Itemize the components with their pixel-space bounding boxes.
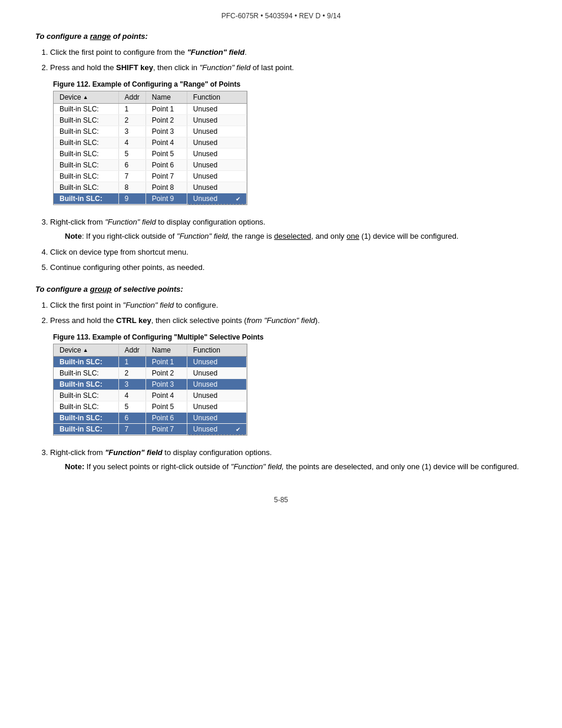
col-name: Name [146,344,187,357]
cell-name: Point 9 [146,193,187,205]
cell-function: Unused [187,182,246,193]
section2-step2: Press and hold the CTRL key, then click … [50,315,527,327]
section2-title: To configure a group of selective points… [35,285,527,294]
table-row: Built-in SLC:3Point 3Unused [54,126,246,137]
cell-device: Built-in SLC: [54,171,118,182]
cell-function: Unused✔ [187,193,246,205]
table-row: Built-in SLC:4Point 4Unused [54,390,246,401]
cell-addr: 1 [118,104,146,115]
section2-step3-list: Right-click from "Function" field to dis… [50,447,527,472]
cell-name: Point 8 [146,182,187,193]
table-row: Built-in SLC:2Point 2Unused [54,115,246,126]
cell-device: Built-in SLC: [54,182,118,193]
cell-name: Point 1 [146,104,187,115]
cell-function: Unused [187,115,246,126]
cell-addr: 5 [118,401,146,413]
col-device: Device ▲ [54,91,118,104]
cell-name: Point 4 [146,390,187,401]
cell-device: Built-in SLC: [54,160,118,171]
table-row: Built-in SLC:1Point 1Unused [54,357,246,368]
cell-name: Point 2 [146,368,187,379]
cell-name: Point 4 [146,137,187,149]
cell-device: Built-in SLC: [54,379,118,390]
cell-name: Point 3 [146,126,187,137]
cell-name: Point 1 [146,357,187,368]
cell-name: Point 7 [146,424,187,435]
cell-function: Unused [187,126,246,137]
table-row: Built-in SLC:2Point 2Unused [54,368,246,379]
col-function: Function [187,344,246,357]
table-header-row: Device ▲ Addr Name Function [54,91,246,104]
cell-addr: 5 [118,149,146,160]
section2-note: Note: If you select points or right-clic… [65,461,527,473]
section2-steps-1-2: Click the first point in "Function" fiel… [50,299,527,326]
table113-body: Built-in SLC:1Point 1UnusedBuilt-in SLC:… [54,357,246,435]
cell-device: Built-in SLC: [54,368,118,379]
cell-function: Unused [187,171,246,182]
cell-device: Built-in SLC: [54,126,118,137]
section2-step3: Right-click from "Function" field to dis… [50,447,527,472]
cell-function: Unused [187,368,246,379]
cell-function: Unused✔ [187,424,246,435]
cell-addr: 6 [118,160,146,171]
figure112-table-container: Device ▲ Addr Name Function Built-in SLC… [53,91,247,205]
table-row: Built-in SLC:9Point 9Unused✔ [54,193,246,205]
cell-function: Unused [187,390,246,401]
cell-function: Unused [187,413,246,424]
figure112-caption: Figure 112. Example of Configuring a "Ra… [53,80,527,88]
header-text: PFC-6075R • 5403594 • REV D • 9/14 [222,12,341,20]
cell-addr: 8 [118,182,146,193]
table-header-row: Device ▲ Addr Name Function [54,344,246,357]
cell-function: Unused [187,149,246,160]
cell-addr: 3 [118,126,146,137]
cell-addr: 6 [118,413,146,424]
section2: To configure a group of selective points… [35,285,527,472]
cell-name: Point 6 [146,160,187,171]
table-row: Built-in SLC:3Point 3Unused [54,379,246,390]
figure113-caption: Figure 113. Example of Configuring "Mult… [53,333,527,341]
cell-device: Built-in SLC: [54,149,118,160]
section1-title: To configure a range of points: [35,32,527,41]
cell-name: Point 6 [146,413,187,424]
table-row: Built-in SLC:5Point 5Unused [54,401,246,413]
figure113-table: Device ▲ Addr Name Function Built-in SLC… [54,344,247,435]
cell-device: Built-in SLC: [54,390,118,401]
cell-addr: 3 [118,379,146,390]
cell-addr: 7 [118,171,146,182]
cell-function: Unused [187,160,246,171]
figure112-table: Device ▲ Addr Name Function Built-in SLC… [54,91,247,205]
col-addr: Addr [118,344,146,357]
cell-device: Built-in SLC: [54,401,118,413]
cell-function: Unused [187,379,246,390]
col-device: Device ▲ [54,344,118,357]
cell-function: Unused [187,137,246,149]
section1-steps-3-5: Right-click from "Function" field to dis… [50,216,527,273]
cell-addr: 9 [118,193,146,205]
footer-text: 5-85 [274,496,288,504]
figure113-table-container: Device ▲ Addr Name Function Built-in SLC… [53,344,247,436]
cell-addr: 2 [118,368,146,379]
section1-step3: Right-click from "Function" field to dis… [50,216,527,242]
table-row: Built-in SLC:6Point 6Unused [54,413,246,424]
page-footer: 5-85 [35,496,527,504]
cell-device: Built-in SLC: [54,424,118,435]
table-row: Built-in SLC:7Point 7Unused [54,171,246,182]
cell-device: Built-in SLC: [54,137,118,149]
cell-name: Point 5 [146,149,187,160]
section1-note1: Note: If you right-click outside of "Fun… [65,230,527,242]
col-name: Name [146,91,187,104]
cell-device: Built-in SLC: [54,413,118,424]
cell-device: Built-in SLC: [54,357,118,368]
cell-function: Unused [187,401,246,413]
cell-device: Built-in SLC: [54,115,118,126]
cell-function: Unused [187,357,246,368]
page-header: PFC-6075R • 5403594 • REV D • 9/14 [35,12,527,20]
cell-function: Unused [187,104,246,115]
col-function: Function [187,91,246,104]
cell-device: Built-in SLC: [54,104,118,115]
cell-addr: 7 [118,424,146,435]
table-row: Built-in SLC:1Point 1Unused [54,104,246,115]
section2-step1: Click the first point in "Function" fiel… [50,299,527,311]
cell-addr: 4 [118,390,146,401]
table-row: Built-in SLC:5Point 5Unused [54,149,246,160]
